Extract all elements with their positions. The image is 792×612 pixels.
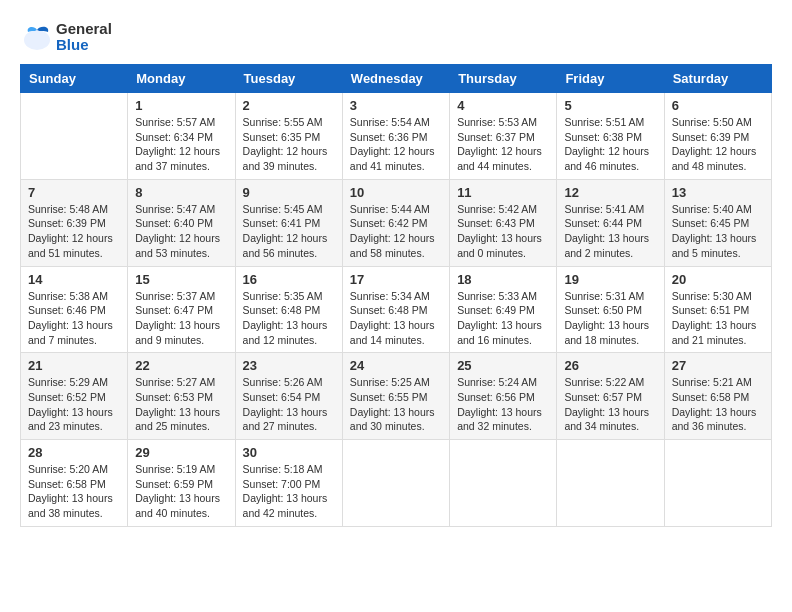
day-info: Sunrise: 5:30 AM Sunset: 6:51 PM Dayligh… [672,289,764,348]
day-number: 13 [672,185,764,200]
day-number: 5 [564,98,656,113]
logo: General Blue [20,20,112,54]
logo-line1: General [56,21,112,38]
day-number: 20 [672,272,764,287]
day-info: Sunrise: 5:57 AM Sunset: 6:34 PM Dayligh… [135,115,227,174]
calendar-header-sunday: Sunday [21,65,128,93]
day-info: Sunrise: 5:25 AM Sunset: 6:55 PM Dayligh… [350,375,442,434]
day-number: 17 [350,272,442,287]
calendar-table: SundayMondayTuesdayWednesdayThursdayFrid… [20,64,772,527]
day-number: 15 [135,272,227,287]
day-number: 16 [243,272,335,287]
calendar-cell [21,93,128,180]
page-header: General Blue [20,20,772,54]
calendar-cell: 6Sunrise: 5:50 AM Sunset: 6:39 PM Daylig… [664,93,771,180]
calendar-cell [664,440,771,527]
day-info: Sunrise: 5:50 AM Sunset: 6:39 PM Dayligh… [672,115,764,174]
calendar-cell: 16Sunrise: 5:35 AM Sunset: 6:48 PM Dayli… [235,266,342,353]
logo-line2: Blue [56,37,112,54]
day-info: Sunrise: 5:51 AM Sunset: 6:38 PM Dayligh… [564,115,656,174]
day-info: Sunrise: 5:45 AM Sunset: 6:41 PM Dayligh… [243,202,335,261]
day-number: 10 [350,185,442,200]
day-number: 9 [243,185,335,200]
day-info: Sunrise: 5:29 AM Sunset: 6:52 PM Dayligh… [28,375,120,434]
day-info: Sunrise: 5:22 AM Sunset: 6:57 PM Dayligh… [564,375,656,434]
calendar-cell [557,440,664,527]
calendar-cell [342,440,449,527]
calendar-cell: 23Sunrise: 5:26 AM Sunset: 6:54 PM Dayli… [235,353,342,440]
calendar-cell: 25Sunrise: 5:24 AM Sunset: 6:56 PM Dayli… [450,353,557,440]
day-info: Sunrise: 5:33 AM Sunset: 6:49 PM Dayligh… [457,289,549,348]
day-info: Sunrise: 5:42 AM Sunset: 6:43 PM Dayligh… [457,202,549,261]
day-number: 22 [135,358,227,373]
day-number: 12 [564,185,656,200]
calendar-header-tuesday: Tuesday [235,65,342,93]
day-info: Sunrise: 5:48 AM Sunset: 6:39 PM Dayligh… [28,202,120,261]
calendar-cell: 30Sunrise: 5:18 AM Sunset: 7:00 PM Dayli… [235,440,342,527]
calendar-header-saturday: Saturday [664,65,771,93]
day-info: Sunrise: 5:18 AM Sunset: 7:00 PM Dayligh… [243,462,335,521]
day-number: 19 [564,272,656,287]
calendar-cell: 26Sunrise: 5:22 AM Sunset: 6:57 PM Dayli… [557,353,664,440]
day-number: 8 [135,185,227,200]
calendar-cell [450,440,557,527]
calendar-cell: 10Sunrise: 5:44 AM Sunset: 6:42 PM Dayli… [342,179,449,266]
day-info: Sunrise: 5:19 AM Sunset: 6:59 PM Dayligh… [135,462,227,521]
day-number: 30 [243,445,335,460]
calendar-header-thursday: Thursday [450,65,557,93]
day-info: Sunrise: 5:21 AM Sunset: 6:58 PM Dayligh… [672,375,764,434]
day-info: Sunrise: 5:54 AM Sunset: 6:36 PM Dayligh… [350,115,442,174]
day-info: Sunrise: 5:34 AM Sunset: 6:48 PM Dayligh… [350,289,442,348]
calendar-cell: 4Sunrise: 5:53 AM Sunset: 6:37 PM Daylig… [450,93,557,180]
day-number: 24 [350,358,442,373]
calendar-cell: 7Sunrise: 5:48 AM Sunset: 6:39 PM Daylig… [21,179,128,266]
day-info: Sunrise: 5:41 AM Sunset: 6:44 PM Dayligh… [564,202,656,261]
day-number: 6 [672,98,764,113]
calendar-cell: 13Sunrise: 5:40 AM Sunset: 6:45 PM Dayli… [664,179,771,266]
calendar-header-friday: Friday [557,65,664,93]
day-number: 26 [564,358,656,373]
calendar-header-row: SundayMondayTuesdayWednesdayThursdayFrid… [21,65,772,93]
day-info: Sunrise: 5:40 AM Sunset: 6:45 PM Dayligh… [672,202,764,261]
day-info: Sunrise: 5:31 AM Sunset: 6:50 PM Dayligh… [564,289,656,348]
calendar-week-row: 1Sunrise: 5:57 AM Sunset: 6:34 PM Daylig… [21,93,772,180]
day-info: Sunrise: 5:27 AM Sunset: 6:53 PM Dayligh… [135,375,227,434]
calendar-cell: 18Sunrise: 5:33 AM Sunset: 6:49 PM Dayli… [450,266,557,353]
day-number: 7 [28,185,120,200]
calendar-cell: 8Sunrise: 5:47 AM Sunset: 6:40 PM Daylig… [128,179,235,266]
calendar-cell: 28Sunrise: 5:20 AM Sunset: 6:58 PM Dayli… [21,440,128,527]
calendar-cell: 24Sunrise: 5:25 AM Sunset: 6:55 PM Dayli… [342,353,449,440]
calendar-cell: 27Sunrise: 5:21 AM Sunset: 6:58 PM Dayli… [664,353,771,440]
calendar-cell: 21Sunrise: 5:29 AM Sunset: 6:52 PM Dayli… [21,353,128,440]
logo-bird-icon [20,20,54,54]
day-number: 29 [135,445,227,460]
day-number: 4 [457,98,549,113]
day-number: 18 [457,272,549,287]
calendar-cell: 22Sunrise: 5:27 AM Sunset: 6:53 PM Dayli… [128,353,235,440]
calendar-cell: 20Sunrise: 5:30 AM Sunset: 6:51 PM Dayli… [664,266,771,353]
calendar-header-monday: Monday [128,65,235,93]
day-number: 1 [135,98,227,113]
calendar-week-row: 28Sunrise: 5:20 AM Sunset: 6:58 PM Dayli… [21,440,772,527]
calendar-cell: 3Sunrise: 5:54 AM Sunset: 6:36 PM Daylig… [342,93,449,180]
calendar-cell: 9Sunrise: 5:45 AM Sunset: 6:41 PM Daylig… [235,179,342,266]
calendar-header-wednesday: Wednesday [342,65,449,93]
day-number: 11 [457,185,549,200]
day-info: Sunrise: 5:35 AM Sunset: 6:48 PM Dayligh… [243,289,335,348]
day-info: Sunrise: 5:44 AM Sunset: 6:42 PM Dayligh… [350,202,442,261]
calendar-cell: 17Sunrise: 5:34 AM Sunset: 6:48 PM Dayli… [342,266,449,353]
day-number: 2 [243,98,335,113]
calendar-week-row: 21Sunrise: 5:29 AM Sunset: 6:52 PM Dayli… [21,353,772,440]
day-number: 23 [243,358,335,373]
calendar-cell: 2Sunrise: 5:55 AM Sunset: 6:35 PM Daylig… [235,93,342,180]
calendar-cell: 1Sunrise: 5:57 AM Sunset: 6:34 PM Daylig… [128,93,235,180]
calendar-cell: 29Sunrise: 5:19 AM Sunset: 6:59 PM Dayli… [128,440,235,527]
calendar-cell: 15Sunrise: 5:37 AM Sunset: 6:47 PM Dayli… [128,266,235,353]
day-number: 14 [28,272,120,287]
day-info: Sunrise: 5:20 AM Sunset: 6:58 PM Dayligh… [28,462,120,521]
day-info: Sunrise: 5:26 AM Sunset: 6:54 PM Dayligh… [243,375,335,434]
day-info: Sunrise: 5:37 AM Sunset: 6:47 PM Dayligh… [135,289,227,348]
day-info: Sunrise: 5:47 AM Sunset: 6:40 PM Dayligh… [135,202,227,261]
day-info: Sunrise: 5:38 AM Sunset: 6:46 PM Dayligh… [28,289,120,348]
calendar-cell: 12Sunrise: 5:41 AM Sunset: 6:44 PM Dayli… [557,179,664,266]
